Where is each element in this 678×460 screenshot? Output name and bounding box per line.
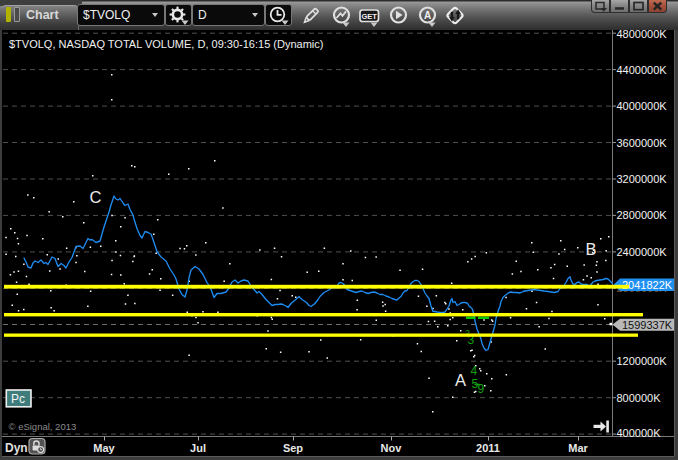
svg-text:2400000K: 2400000K [617, 246, 668, 258]
svg-text:Jul: Jul [190, 442, 206, 454]
svg-text:1200000K: 1200000K [617, 355, 668, 367]
svg-text:4400000K: 4400000K [617, 64, 668, 76]
svg-text:$TVOLQ, NASDAQ TOTAL VOLUME, D: $TVOLQ, NASDAQ TOTAL VOLUME, D, 09:30-16… [9, 38, 323, 50]
svg-text:B: B [586, 240, 597, 258]
svg-text:3600000K: 3600000K [617, 137, 668, 149]
svg-text:3200000K: 3200000K [617, 173, 668, 185]
svg-text:C: C [90, 188, 102, 206]
svg-text:Mar: Mar [568, 442, 588, 454]
svg-text:Nov: Nov [381, 442, 403, 454]
svg-text:800000K: 800000K [617, 392, 662, 404]
svg-text:4000000K: 4000000K [617, 100, 668, 112]
svg-text:2011: 2011 [476, 442, 500, 454]
svg-text:1599337K: 1599337K [622, 319, 673, 331]
svg-text:Dyn: Dyn [5, 441, 28, 455]
svg-text:2800000K: 2800000K [617, 209, 668, 221]
svg-text:2041822K: 2041822K [622, 279, 673, 291]
svg-text:A: A [424, 10, 431, 21]
svg-text:4800000K: 4800000K [617, 30, 668, 40]
svg-text:GET: GET [361, 12, 377, 21]
svg-text:Sep: Sep [283, 442, 303, 454]
svg-text:Pc: Pc [11, 392, 25, 406]
svg-text:400000K: 400000K [617, 427, 662, 439]
svg-text:© eSignal, 2013: © eSignal, 2013 [9, 421, 77, 432]
svg-text:A: A [455, 371, 466, 389]
svg-text:May: May [93, 442, 115, 454]
